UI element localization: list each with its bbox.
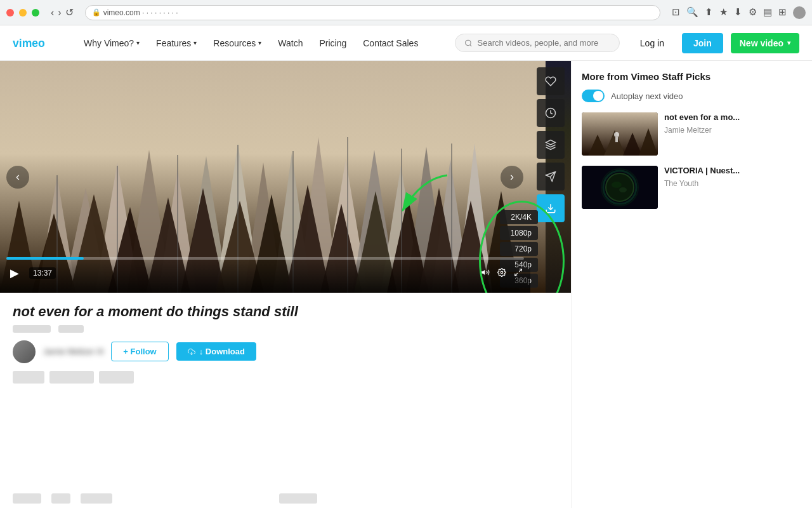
browser-address-bar[interactable]: 🔒 vimeo.com · · · · · · · · · bbox=[85, 5, 660, 20]
download-action-button[interactable]: ↓ Download bbox=[176, 342, 256, 361]
controls-row: ▶ 13:37 bbox=[6, 265, 524, 281]
stat-views bbox=[81, 493, 112, 504]
quality-settings-button[interactable] bbox=[496, 267, 508, 280]
video-card-1[interactable]: not even for a mo... Jamie Meltzer bbox=[582, 112, 802, 156]
chevron-down-icon: ▾ bbox=[193, 39, 197, 46]
nav-links: Why Vimeo? ▾ Features ▾ Resources ▾ Watc… bbox=[76, 33, 455, 53]
channel-name: Jamie Meltzer III bbox=[43, 347, 103, 356]
stat-action-1 bbox=[279, 493, 317, 504]
next-video-button[interactable]: › bbox=[501, 166, 523, 189]
tag-2 bbox=[49, 371, 94, 384]
follow-button[interactable]: + Follow bbox=[111, 342, 168, 361]
join-button[interactable]: Join bbox=[682, 33, 723, 53]
channel-row: Jamie Meltzer III + Follow ↓ Download bbox=[13, 340, 558, 363]
fullscreen-icon bbox=[514, 268, 523, 277]
quality-2k4k-button[interactable]: 2K/4K bbox=[500, 210, 538, 224]
nav-why-vimeo[interactable]: Why Vimeo? ▾ bbox=[76, 33, 147, 53]
download-icon bbox=[545, 203, 556, 214]
new-video-button[interactable]: New video ▾ bbox=[731, 33, 799, 53]
browser-icon-4[interactable]: ★ bbox=[719, 6, 728, 19]
fullscreen-button[interactable] bbox=[513, 267, 524, 280]
toggle-knob bbox=[593, 91, 603, 101]
below-video: not even for a moment do things stand st… bbox=[0, 293, 571, 508]
clock-icon bbox=[545, 107, 556, 119]
chevron-down-icon: ▾ bbox=[258, 39, 261, 46]
browser-icon-3[interactable]: ⬆ bbox=[705, 6, 713, 19]
svg-point-1 bbox=[465, 40, 470, 45]
chevron-down-icon: ▾ bbox=[787, 39, 790, 46]
vimeo-logo[interactable]: vimeo bbox=[13, 34, 63, 52]
watch-later-button[interactable] bbox=[537, 99, 565, 127]
video-meta bbox=[13, 325, 558, 333]
browser-close-btn[interactable] bbox=[6, 9, 14, 17]
browser-icon-5[interactable]: ⬇ bbox=[734, 6, 742, 19]
browser-icon-7[interactable]: ▤ bbox=[763, 6, 772, 19]
nav-pricing[interactable]: Pricing bbox=[311, 33, 354, 53]
nav-watch[interactable]: Watch bbox=[270, 33, 310, 53]
search-input[interactable] bbox=[478, 38, 610, 48]
autoplay-toggle[interactable] bbox=[582, 90, 605, 102]
video-section: ‹ › bbox=[0, 61, 571, 508]
browser-url: vimeo.com · · · · · · · · · bbox=[103, 8, 178, 17]
video-controls: ▶ 13:37 bbox=[0, 257, 530, 293]
browser-refresh-btn[interactable]: ↺ bbox=[65, 6, 74, 18]
share-button[interactable] bbox=[537, 163, 565, 190]
progress-bar[interactable] bbox=[6, 257, 524, 260]
video-title: not even for a moment do things stand st… bbox=[13, 303, 558, 321]
svg-point-65 bbox=[612, 182, 622, 188]
video-sidebar: 2K/4K 1080p 720p 540p 360p bbox=[530, 61, 571, 255]
svg-text:vimeo: vimeo bbox=[13, 36, 45, 49]
video-card-author-2: The Youth bbox=[664, 179, 802, 188]
autoplay-label: Autoplay next video bbox=[611, 91, 683, 101]
browser-icon-2[interactable]: 🔍 bbox=[686, 6, 698, 19]
video-card-2[interactable]: VICTORIA | Nuest... The Youth bbox=[582, 166, 802, 209]
download-button[interactable] bbox=[537, 194, 565, 222]
quality-1080p-button[interactable]: 1080p bbox=[500, 226, 538, 240]
video-upload-time bbox=[13, 325, 51, 333]
browser-forward-btn[interactable]: › bbox=[58, 6, 61, 18]
volume-button[interactable] bbox=[480, 267, 491, 280]
video-card-info-2: VICTORIA | Nuest... The Youth bbox=[664, 166, 802, 209]
video-player: ‹ › bbox=[0, 61, 571, 293]
tag-3 bbox=[99, 371, 134, 384]
tag-1 bbox=[13, 371, 44, 384]
video-card-info-1: not even for a mo... Jamie Meltzer bbox=[664, 112, 802, 156]
time-display: 13:37 bbox=[29, 267, 56, 279]
browser-max-btn[interactable] bbox=[32, 9, 39, 17]
browser-profile-icon[interactable] bbox=[793, 6, 806, 19]
video-tags bbox=[13, 371, 558, 384]
browser-min-btn[interactable] bbox=[19, 9, 27, 17]
svg-line-51 bbox=[519, 269, 521, 271]
download-small-icon bbox=[188, 348, 195, 356]
channel-avatar bbox=[13, 340, 36, 363]
collection-button[interactable] bbox=[537, 131, 565, 159]
quality-720p-button[interactable]: 720p bbox=[500, 242, 538, 256]
prev-video-button[interactable]: ‹ bbox=[6, 166, 29, 189]
svg-line-52 bbox=[515, 273, 518, 276]
chevron-down-icon: ▾ bbox=[136, 39, 140, 46]
video-card-title-2: VICTORIA | Nuest... bbox=[664, 166, 802, 177]
browser-icon-1[interactable]: ⊡ bbox=[672, 6, 680, 19]
svg-point-50 bbox=[501, 271, 503, 274]
send-icon bbox=[545, 171, 556, 182]
controls-right bbox=[480, 267, 524, 280]
nav-contact-sales[interactable]: Contact Sales bbox=[355, 33, 426, 53]
svg-point-66 bbox=[619, 187, 627, 192]
nav-resources[interactable]: Resources ▾ bbox=[206, 33, 269, 53]
browser-icon-8[interactable]: ⊞ bbox=[778, 6, 787, 19]
browser-icon-6[interactable]: ⚙ bbox=[749, 6, 757, 19]
nav-features[interactable]: Features ▾ bbox=[148, 33, 204, 53]
autoplay-row: Autoplay next video bbox=[582, 90, 802, 102]
search-bar[interactable] bbox=[455, 34, 620, 52]
navbar: vimeo Why Vimeo? ▾ Features ▾ Resources … bbox=[0, 25, 812, 61]
browser-chrome: ‹ › ↺ 🔒 vimeo.com · · · · · · · · · ⊡ 🔍 … bbox=[0, 0, 812, 25]
svg-point-59 bbox=[614, 132, 619, 137]
login-button[interactable]: Log in bbox=[630, 33, 674, 53]
video-info: not even for a moment do things stand st… bbox=[0, 293, 571, 508]
video-views bbox=[58, 325, 84, 333]
video-card-title-1: not even for a mo... bbox=[664, 112, 802, 123]
main-content: ‹ › bbox=[0, 61, 812, 508]
browser-back-btn[interactable]: ‹ bbox=[51, 6, 54, 18]
like-button[interactable] bbox=[537, 67, 565, 95]
play-button[interactable]: ▶ bbox=[6, 265, 23, 281]
